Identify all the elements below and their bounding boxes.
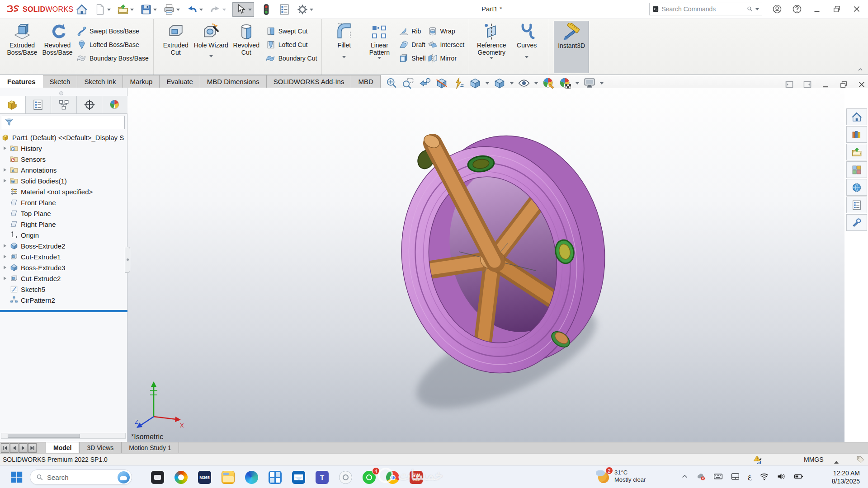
ribbon-collapse-button[interactable] bbox=[856, 66, 864, 73]
annotation-views-icon[interactable] bbox=[452, 77, 465, 89]
expand-arrow[interactable] bbox=[4, 179, 8, 183]
expand-arrow[interactable] bbox=[4, 277, 8, 280]
taskbar-app-teams[interactable]: T bbox=[314, 469, 330, 486]
linear-pattern-button[interactable]: Linear Pattern bbox=[362, 21, 397, 61]
tab-evaluate[interactable]: Evaluate bbox=[160, 75, 200, 88]
language-indicator[interactable]: ع bbox=[748, 473, 752, 481]
taskbar-app-whatsapp[interactable]: 4 bbox=[361, 469, 377, 486]
tab-model[interactable]: Model bbox=[46, 442, 79, 453]
tab-mbd[interactable]: MBD bbox=[351, 75, 380, 88]
propertymanager-tab[interactable] bbox=[26, 96, 52, 113]
boundary-cut-button[interactable]: Boundary Cut bbox=[266, 52, 317, 65]
tree-item-material[interactable]: Material <not specified> bbox=[0, 186, 127, 197]
home-button[interactable] bbox=[76, 4, 88, 15]
tree-item-boss-extrude2[interactable]: Boss-Extrude2 bbox=[0, 240, 127, 251]
search-weather-thumbnail[interactable] bbox=[118, 471, 130, 483]
tab-features[interactable]: Features bbox=[0, 75, 43, 88]
doc-close-icon[interactable] bbox=[857, 80, 867, 89]
onedrive-paused-icon[interactable] bbox=[696, 472, 706, 481]
taskbar-app-file-explorer[interactable] bbox=[220, 469, 236, 486]
redo-button[interactable] bbox=[209, 4, 226, 15]
taskpane-view-palette-button[interactable] bbox=[846, 161, 867, 178]
close-button[interactable] bbox=[852, 4, 862, 14]
tab-mbd-dimensions[interactable]: MBD Dimensions bbox=[200, 75, 267, 88]
expand-arrow[interactable] bbox=[4, 168, 8, 172]
taskbar-app-m365[interactable]: M365 bbox=[196, 469, 213, 486]
tree-item-annotations[interactable]: Annotations bbox=[0, 164, 127, 175]
taskpane-appearances-button[interactable] bbox=[846, 179, 867, 196]
last-tab-button[interactable] bbox=[28, 443, 37, 453]
extruded-boss-button[interactable]: Extruded Boss/Base bbox=[5, 21, 40, 56]
open-button[interactable] bbox=[117, 4, 134, 15]
collapse-right-pane-icon[interactable] bbox=[802, 80, 812, 89]
taskbar-app-office[interactable] bbox=[173, 469, 189, 486]
account-button[interactable] bbox=[772, 4, 782, 14]
zoom-to-fit-icon[interactable] bbox=[385, 77, 398, 89]
wifi-icon[interactable] bbox=[760, 472, 769, 481]
taskbar-app-dark-window[interactable] bbox=[149, 469, 166, 486]
taskpane-tools-button[interactable] bbox=[846, 214, 867, 231]
previous-view-icon[interactable] bbox=[419, 77, 431, 89]
restore-button[interactable] bbox=[832, 4, 842, 14]
lofted-cut-button[interactable]: Lofted Cut bbox=[266, 38, 317, 52]
search-dropdown-icon[interactable] bbox=[755, 8, 759, 12]
tree-item-cut-extrude1[interactable]: Cut-Extrude1 bbox=[0, 251, 127, 262]
tree-filter-box[interactable] bbox=[2, 116, 125, 129]
reference-geometry-button[interactable]: Reference Geometry bbox=[474, 21, 509, 61]
hide-show-dropdown-icon[interactable] bbox=[534, 82, 538, 86]
previous-tab-button[interactable] bbox=[10, 443, 19, 453]
tree-item-history[interactable]: History bbox=[0, 143, 127, 154]
taskpane-design-library-button[interactable] bbox=[846, 126, 867, 143]
taskpane-home-button[interactable] bbox=[846, 108, 867, 125]
rollback-bar[interactable] bbox=[0, 310, 127, 312]
swept-cut-button[interactable]: Swept Cut bbox=[266, 24, 317, 38]
intersect-button[interactable]: Intersect bbox=[428, 38, 465, 52]
view-orientation-dropdown-icon[interactable] bbox=[486, 82, 489, 86]
help-button[interactable] bbox=[792, 4, 802, 14]
command-search[interactable] bbox=[649, 3, 762, 15]
tree-item-sensors[interactable]: Sensors bbox=[0, 154, 127, 164]
tab-sketch[interactable]: Sketch bbox=[43, 75, 78, 88]
edit-appearance-icon[interactable] bbox=[542, 77, 555, 89]
instant3d-button[interactable]: Instant3D bbox=[554, 21, 589, 73]
tab-markup[interactable]: Markup bbox=[123, 75, 160, 88]
taskpane-file-explorer-button[interactable] bbox=[846, 144, 867, 160]
performance-warning-icon[interactable] bbox=[753, 455, 763, 465]
panel-horizontal-scrollbar[interactable] bbox=[1, 433, 126, 439]
draft-button[interactable]: Draft bbox=[399, 38, 425, 52]
fillet-button[interactable]: Fillet bbox=[326, 21, 362, 60]
mirror-button[interactable]: Mirror bbox=[428, 52, 465, 65]
volume-icon[interactable] bbox=[777, 472, 786, 481]
collapse-left-pane-icon[interactable] bbox=[784, 80, 794, 89]
rebuild-button[interactable] bbox=[260, 4, 272, 15]
new-document-button[interactable] bbox=[94, 4, 111, 15]
taskbar-app-whatsapp-light[interactable] bbox=[337, 469, 354, 486]
tab-solidworks-add-ins[interactable]: SOLIDWORKS Add-Ins bbox=[267, 75, 352, 88]
apply-scene-icon[interactable] bbox=[559, 77, 571, 89]
tab-motion-study-1[interactable]: Motion Study 1 bbox=[121, 442, 179, 453]
extruded-cut-button[interactable]: Extruded Cut bbox=[158, 21, 193, 56]
options-button[interactable] bbox=[297, 4, 313, 15]
first-tab-button[interactable] bbox=[1, 443, 9, 453]
touchpad-icon[interactable] bbox=[731, 472, 740, 481]
minimize-button[interactable] bbox=[812, 4, 822, 14]
expand-arrow[interactable] bbox=[4, 146, 8, 150]
taskbar-app-solidworks[interactable]: SW2022 bbox=[408, 469, 425, 486]
tray-chevron-up-icon[interactable] bbox=[681, 473, 689, 480]
view-settings-dropdown-icon[interactable] bbox=[600, 82, 604, 86]
next-tab-button[interactable] bbox=[19, 443, 28, 453]
view-settings-icon[interactable] bbox=[583, 77, 596, 89]
expand-arrow[interactable] bbox=[4, 255, 8, 258]
taskbar-app-outlook[interactable] bbox=[290, 469, 307, 486]
tab-3d-views[interactable]: 3D Views bbox=[79, 442, 121, 453]
expand-arrow[interactable] bbox=[4, 244, 8, 248]
tab-sketch-ink[interactable]: Sketch Ink bbox=[77, 75, 123, 88]
taskbar-app-edge[interactable] bbox=[243, 469, 260, 486]
tag-icon[interactable] bbox=[856, 455, 865, 464]
tree-item-solid-bodies[interactable]: Solid Bodies(1) bbox=[0, 175, 127, 186]
shell-button[interactable]: Shell bbox=[399, 52, 425, 65]
taskbar-search[interactable]: Search bbox=[30, 469, 132, 485]
taskbar-app-blue-grid[interactable] bbox=[267, 469, 283, 486]
units-selector[interactable]: MMGS bbox=[804, 456, 824, 463]
reference-triad[interactable]: X Z bbox=[134, 377, 188, 434]
